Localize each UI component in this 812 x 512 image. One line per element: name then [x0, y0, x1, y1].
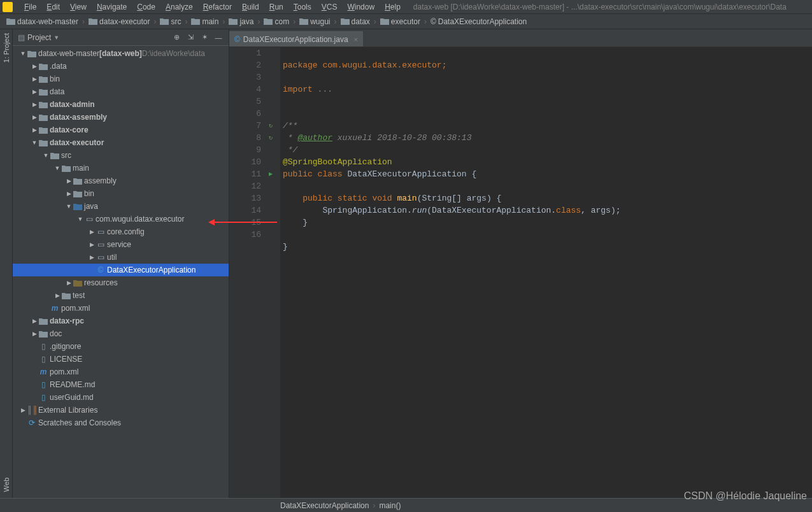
- breadcrumb-item[interactable]: src: [157, 17, 183, 26]
- tree-item[interactable]: ▼datax-executor: [13, 136, 229, 149]
- breadcrumb-item[interactable]: java: [226, 17, 256, 26]
- editor-body[interactable]: 1 2 3 4 5 6 7 8 9 10 11 12 13 14 15 16 ↻…: [229, 47, 812, 498]
- status-class[interactable]: DataXExecutorApplication: [280, 501, 369, 510]
- tree-item[interactable]: ▶doc: [13, 327, 229, 340]
- tree-arrow-icon[interactable]: ▶: [31, 127, 38, 133]
- tree-arrow-icon[interactable]: ▶: [65, 280, 73, 286]
- tree-item[interactable]: ▼datax-web-master [datax-web] D:\ideaWor…: [13, 47, 229, 60]
- tree-arrow-icon[interactable]: ▶: [31, 89, 38, 95]
- tree-arrow-icon[interactable]: ▶: [88, 241, 96, 248]
- breadcrumb-item[interactable]: wugui: [297, 17, 332, 26]
- tree-arrow-icon[interactable]: ▼: [76, 216, 84, 222]
- tree-item[interactable]: mpom.xml: [13, 366, 229, 378]
- tree-arrow-icon[interactable]: ▶: [31, 76, 38, 82]
- menu-file[interactable]: File: [19, 1, 41, 13]
- menu-edit[interactable]: Edit: [41, 1, 65, 13]
- locate-icon[interactable]: ⊕: [171, 32, 182, 43]
- tree-item[interactable]: ▶assembly: [13, 174, 229, 187]
- hide-icon[interactable]: —: [213, 32, 224, 43]
- maven-icon: m: [38, 367, 48, 376]
- menu-code[interactable]: Code: [132, 1, 160, 13]
- tree-arrow-icon[interactable]: ▶: [31, 114, 38, 120]
- tree-item[interactable]: ▶datax-assembly: [13, 111, 229, 124]
- tree-arrow-icon[interactable]: ▼: [19, 50, 27, 57]
- tree-arrow-icon[interactable]: ▶: [19, 407, 27, 413]
- tree-item[interactable]: ⟳Scratches and Consoles: [13, 416, 229, 429]
- close-icon[interactable]: ×: [354, 36, 358, 43]
- tree-arrow-icon[interactable]: ▼: [42, 152, 50, 159]
- run-gutter-icon[interactable]: ↻: [269, 132, 273, 144]
- code-line: main: [397, 194, 417, 203]
- tree-item[interactable]: ▯userGuid.md: [13, 391, 229, 404]
- gear-icon[interactable]: ✶: [199, 32, 210, 43]
- tree-item[interactable]: ▼src: [13, 149, 229, 162]
- expand-all-icon[interactable]: ⇲: [185, 32, 196, 43]
- tree-arrow-icon[interactable]: ▶: [31, 318, 38, 324]
- menu-help[interactable]: Help: [380, 1, 406, 13]
- breadcrumb-item[interactable]: datax-web-master: [4, 17, 81, 26]
- status-method[interactable]: main(): [379, 501, 401, 510]
- tree-arrow-icon[interactable]: ▶: [88, 254, 96, 260]
- sidetab-project[interactable]: 1: Project: [3, 33, 10, 62]
- tree-item[interactable]: ▶▭core.config: [13, 225, 229, 238]
- tree-label: Scratches and Consoles: [38, 418, 121, 427]
- menu-refactor[interactable]: Refactor: [198, 1, 237, 13]
- breadcrumb-item[interactable]: main: [189, 17, 221, 26]
- breadcrumb-item[interactable]: ©DataXExecutorApplication: [428, 17, 529, 26]
- tree-item[interactable]: ▶▭util: [13, 251, 229, 264]
- tree-item[interactable]: ▯LICENSE: [13, 353, 229, 366]
- breadcrumb-item[interactable]: executor: [378, 17, 423, 26]
- tree-arrow-icon[interactable]: ▶: [31, 331, 38, 337]
- tree-arrow-icon[interactable]: ▶: [65, 178, 73, 184]
- chevron-right-icon: ›: [221, 17, 226, 26]
- tree-item[interactable]: ▶bin: [13, 73, 229, 85]
- tree-item[interactable]: ▶test: [13, 289, 229, 302]
- tree-item[interactable]: ▯.gitignore: [13, 340, 229, 353]
- menu-view[interactable]: View: [65, 1, 92, 13]
- tree-arrow-icon[interactable]: ▶: [65, 190, 73, 197]
- sidetab-web[interactable]: Web: [3, 478, 10, 492]
- tree-item[interactable]: ▼▭com.wugui.datax.executor: [13, 213, 229, 225]
- tree-item[interactable]: ▶data: [13, 85, 229, 98]
- menu-analyze[interactable]: Analyze: [160, 1, 198, 13]
- tree-item[interactable]: ▶▭service: [13, 238, 229, 251]
- project-panel-title[interactable]: Project: [27, 33, 51, 42]
- tree-arrow-icon[interactable]: ▼: [65, 203, 73, 210]
- run-main-icon[interactable]: ▶: [269, 168, 273, 180]
- tree-item[interactable]: ▼java: [13, 200, 229, 213]
- tree-item[interactable]: ▶bin: [13, 187, 229, 200]
- package-icon: ▭: [96, 253, 106, 262]
- tree-arrow-icon[interactable]: ▶: [88, 229, 96, 235]
- breadcrumb-item[interactable]: datax-executor: [86, 17, 152, 26]
- code-area[interactable]: package com.wugui.datax.executor; import…: [280, 47, 812, 498]
- menu-tools[interactable]: Tools: [288, 1, 317, 13]
- tree-item[interactable]: ▼main: [13, 162, 229, 174]
- tree-arrow-icon[interactable]: ▶: [31, 63, 38, 69]
- tree-arrow-icon[interactable]: ▼: [53, 165, 61, 171]
- tree-arrow-icon[interactable]: ▶: [31, 101, 38, 108]
- tree-item[interactable]: ▯README.md: [13, 378, 229, 391]
- project-tree[interactable]: ▼datax-web-master [datax-web] D:\ideaWor…: [13, 46, 229, 498]
- tree-item[interactable]: ▶.data: [13, 60, 229, 73]
- menu-run[interactable]: Run: [264, 1, 288, 13]
- menu-window[interactable]: Window: [342, 1, 380, 13]
- tree-label: datax-web-master: [38, 49, 99, 58]
- tree-item[interactable]: mpom.xml: [13, 302, 229, 315]
- breadcrumb-item[interactable]: datax: [338, 17, 373, 26]
- tree-item[interactable]: ▶║║External Libraries: [13, 404, 229, 416]
- menu-vcs[interactable]: VCS: [317, 1, 343, 13]
- tree-item[interactable]: ▶datax-rpc: [13, 315, 229, 327]
- tree-item[interactable]: ▶datax-admin: [13, 98, 229, 111]
- breadcrumb-item[interactable]: com: [261, 17, 292, 26]
- chevron-down-icon[interactable]: ▼: [53, 34, 59, 41]
- package-icon: ▭: [96, 227, 106, 236]
- tree-item[interactable]: ▶resources: [13, 276, 229, 289]
- tree-item[interactable]: ©DataXExecutorApplication: [13, 264, 229, 276]
- tree-arrow-icon[interactable]: ▶: [53, 292, 61, 299]
- menu-build[interactable]: Build: [237, 1, 264, 13]
- run-gutter-icon[interactable]: ↻: [269, 120, 273, 132]
- tree-arrow-icon[interactable]: ▼: [31, 139, 38, 146]
- tree-item[interactable]: ▶datax-core: [13, 124, 229, 136]
- editor-tab-active[interactable]: © DataXExecutorApplication.java ×: [229, 31, 363, 46]
- menu-navigate[interactable]: Navigate: [92, 1, 132, 13]
